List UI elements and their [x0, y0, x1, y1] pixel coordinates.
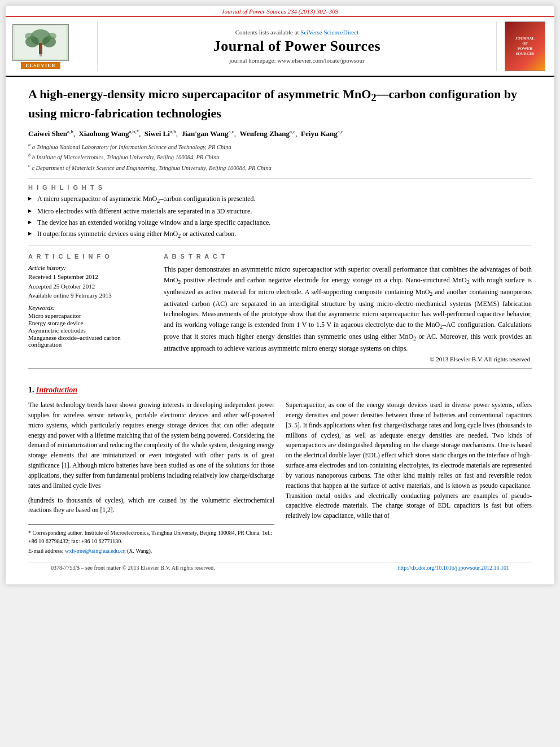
journal-title-area: Contents lists available at SciVerse Sci…	[97, 21, 497, 71]
journal-cover-text: JOURNALOFPOWERSOURCES	[514, 35, 536, 58]
journal-homepage: journal homepage: www.elsevier.com/locat…	[229, 57, 364, 64]
main-content: 1. Introduction The latest technology tr…	[6, 386, 554, 584]
intro-para-1: The latest technology trends have shown …	[28, 400, 274, 491]
journal-citation-bar: Journal of Power Sources 234 (2013) 302–…	[6, 6, 554, 17]
received-date: Received 1 September 2012	[28, 273, 152, 281]
content-area: A high-energy-density micro supercapacit…	[6, 77, 554, 386]
publisher-logo-area: ELSEVIER	[12, 21, 91, 71]
section-num: 1.	[28, 386, 34, 394]
keyword-2: Energy storage device	[28, 320, 152, 326]
affil-b: b b Institute of Microelectronics, Tsing…	[28, 152, 532, 161]
contents-line: Contents lists available at SciVerse Sci…	[235, 29, 358, 36]
journal-cover-image: JOURNALOFPOWERSOURCES	[505, 21, 545, 71]
author-wang-x: Xiaohong Wang	[78, 129, 129, 138]
divider-1	[28, 178, 532, 178]
highlight-1: A micro supercapacitor of asymmetric MnO…	[28, 194, 532, 205]
intro-heading: 1. Introduction	[28, 386, 532, 395]
affiliations: a a Tsinghua National Laboratory for Inf…	[28, 142, 532, 172]
keyword-4: Manganese dioxide–activated carbonconfig…	[28, 334, 152, 348]
keywords-title: Keywords:	[28, 304, 152, 311]
journal-title: Journal of Power Sources	[213, 38, 380, 55]
svg-point-5	[25, 33, 34, 40]
intro-heading-text: Introduction	[36, 386, 77, 394]
abstract-text: This paper demonstrates an asymmetric mi…	[164, 264, 532, 353]
author-shen: Caiwei Shen	[28, 129, 67, 138]
journal-header: ELSEVIER Contents lists available at Sci…	[6, 17, 554, 77]
svg-point-7	[39, 49, 42, 53]
intro-left-col: The latest technology trends have shown …	[28, 400, 274, 556]
doi-link[interactable]: http://dx.doi.org/10.1016/j.jpowsour.201…	[398, 565, 509, 571]
elsevier-tree-image	[12, 24, 69, 61]
accepted-date: Accepted 25 October 2012	[28, 282, 152, 291]
keyword-1: Micro supercapacitor	[28, 312, 152, 319]
affil-c: c c Department of Materials Science and …	[28, 163, 532, 172]
intro-para-right-1: Supercapacitor, as one of the energy sto…	[286, 400, 532, 521]
highlight-3: The device has an extended working volta…	[28, 218, 532, 228]
affil-a: a a Tsinghua National Laboratory for Inf…	[28, 142, 532, 151]
footnote-area: * Corresponding author. Institute of Mic…	[28, 525, 274, 555]
elsevier-label: ELSEVIER	[21, 62, 60, 69]
article-title: A high-energy-density micro supercapacit…	[28, 86, 532, 122]
issn-text: 0378-7753/$ – see front matter © 2013 El…	[51, 565, 215, 571]
authors-line: Caiwei Shena,b, Xiaohong Wanga,b,*, Siwe…	[28, 129, 532, 138]
author-li: Siwei Li	[145, 129, 170, 138]
highlights-section: H I G H L I G H T S A micro supercapacit…	[28, 184, 532, 240]
sciverse-link[interactable]: SciVerse ScienceDirect	[300, 29, 358, 36]
footnote-corresponding: * Corresponding author. Institute of Mic…	[28, 528, 274, 545]
bottom-bar: 0378-7753/$ – see front matter © 2013 El…	[28, 562, 532, 573]
email-link[interactable]: wxh-ime@tsinghua.edu.cn	[65, 548, 126, 554]
article-history: Article history: Received 1 September 20…	[28, 264, 152, 300]
divider-2	[28, 246, 532, 246]
keywords-section: Keywords: Micro supercapacitor Energy st…	[28, 304, 152, 348]
abstract-col: A B S T R A C T This paper demonstrates …	[164, 253, 532, 362]
highlight-2: Micro electrodes with different active m…	[28, 207, 532, 216]
svg-point-6	[47, 33, 56, 40]
doi-area: http://dx.doi.org/10.1016/j.jpowsour.201…	[398, 565, 509, 571]
footnote-email: E-mail address: wxh-ime@tsinghua.edu.cn …	[28, 547, 274, 555]
journal-cover-area: JOURNALOFPOWERSOURCES	[502, 21, 548, 71]
highlights-title: H I G H L I G H T S	[28, 184, 532, 191]
abstract-copyright: © 2013 Elsevier B.V. All rights reserved…	[164, 356, 532, 362]
abstract-label: A B S T R A C T	[164, 253, 532, 260]
article-info-col: A R T I C L E I N F O Article history: R…	[28, 253, 152, 362]
article-info-label: A R T I C L E I N F O	[28, 253, 152, 260]
article-info-abstract: A R T I C L E I N F O Article history: R…	[28, 253, 532, 362]
intro-para-2: (hundreds to thousands of cycles), which…	[28, 496, 274, 516]
elsevier-logo: ELSEVIER	[12, 24, 69, 69]
introduction-section: The latest technology trends have shown …	[28, 400, 532, 556]
svg-rect-8	[40, 53, 42, 56]
author-wang-j: Jian'gan Wang	[181, 129, 228, 138]
highlight-4: It outperforms symmetric devices using e…	[28, 229, 532, 240]
intro-right-col: Supercapacitor, as one of the energy sto…	[286, 400, 532, 556]
author-zhang: Wenfeng Zhang	[240, 129, 290, 138]
divider-3	[28, 368, 532, 369]
available-date: Available online 9 February 2013	[28, 291, 152, 300]
history-title: Article history:	[28, 264, 152, 271]
keyword-3: Asymmetric electrodes	[28, 327, 152, 334]
author-kang: Feiyu Kang	[301, 129, 338, 138]
